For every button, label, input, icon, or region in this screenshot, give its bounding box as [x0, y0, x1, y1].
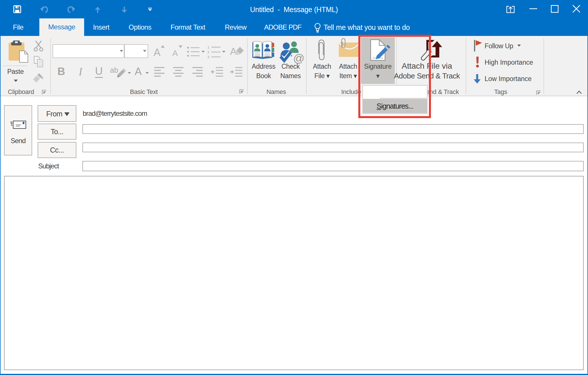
- svg-text:ab: ab: [110, 66, 118, 74]
- svg-text:2: 2: [207, 50, 209, 54]
- svg-text:3: 3: [207, 55, 209, 59]
- svg-text:1: 1: [207, 45, 209, 49]
